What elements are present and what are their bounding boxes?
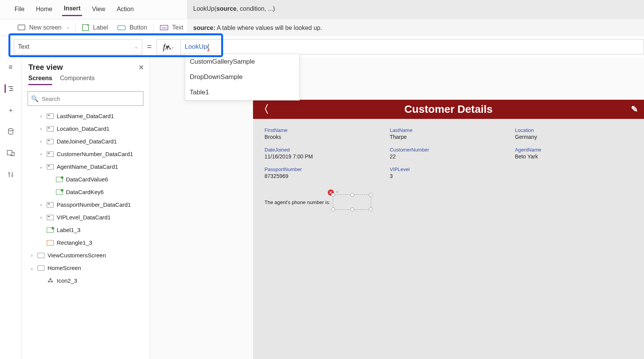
separator bbox=[153, 23, 154, 33]
svg-rect-0 bbox=[18, 25, 25, 30]
menu-view[interactable]: View bbox=[90, 3, 107, 16]
formula-input[interactable]: LookUp( bbox=[181, 39, 644, 54]
formula-bar: Text ⌄ = fx ⌄ LookUp( bbox=[0, 36, 644, 58]
autocomplete-popup: CustomGallerySample DropDownSample Table… bbox=[185, 54, 300, 58]
formula-param-description: source: A table where values will be loo… bbox=[187, 19, 644, 36]
menu-action[interactable]: Action bbox=[115, 3, 135, 16]
chevron-down-icon: ⌄ bbox=[134, 44, 138, 49]
autocomplete-item[interactable]: CustomGallerySample bbox=[185, 54, 299, 58]
svg-text:Abc: Abc bbox=[162, 26, 167, 30]
property-selector[interactable]: Text ⌄ bbox=[14, 39, 142, 54]
menu-home[interactable]: Home bbox=[34, 3, 54, 16]
button-icon bbox=[117, 25, 126, 31]
fx-dropdown[interactable]: fx ⌄ bbox=[156, 39, 181, 54]
formula-signature-hint: LookUp(source, condition, ...) bbox=[187, 0, 644, 19]
menu-insert[interactable]: Insert bbox=[62, 3, 82, 16]
menu-file[interactable]: File bbox=[13, 3, 26, 16]
equals-sign: = bbox=[147, 42, 152, 52]
chevron-down-icon: ⌄ bbox=[66, 25, 69, 30]
separator bbox=[76, 23, 76, 33]
insert-label-button[interactable]: Label bbox=[77, 22, 112, 33]
chevron-down-icon: ⌄ bbox=[171, 44, 174, 49]
new-screen-button[interactable]: New screen ⌄ bbox=[13, 22, 74, 33]
screen-icon bbox=[18, 25, 25, 31]
label-icon bbox=[82, 24, 89, 31]
insert-button-button[interactable]: Button bbox=[113, 22, 152, 33]
text-icon: Abc bbox=[160, 25, 168, 30]
svg-rect-2 bbox=[118, 26, 125, 30]
fx-icon: fx bbox=[163, 43, 168, 51]
